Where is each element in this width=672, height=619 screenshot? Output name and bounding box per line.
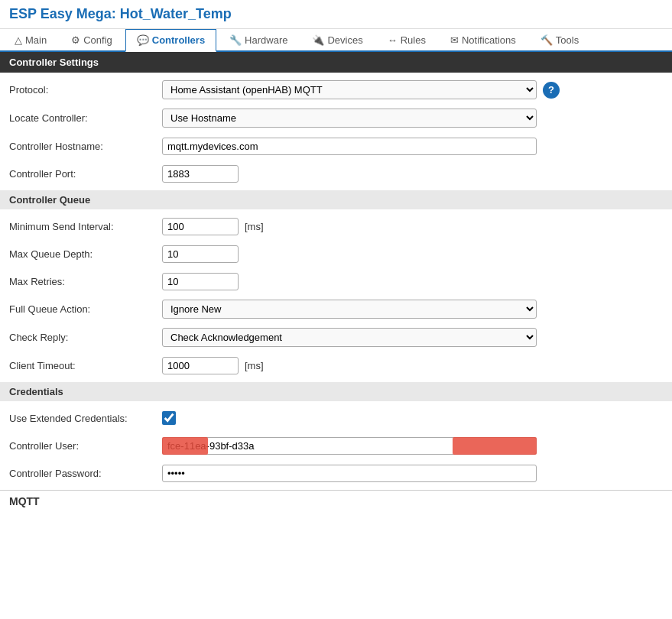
full-queue-label: Full Queue Action: bbox=[9, 303, 162, 315]
protocol-help-icon[interactable]: ? bbox=[543, 82, 560, 99]
protocol-controls: Home Assistant (openHAB) MQTT MQTT HTTP … bbox=[162, 80, 663, 99]
protocol-label: Protocol: bbox=[9, 84, 162, 96]
locate-controls: Use Hostname Use IP Address bbox=[162, 109, 663, 128]
client-timeout-row: Client Timeout: [ms] bbox=[6, 352, 666, 379]
locate-row: Locate Controller: Use Hostname Use IP A… bbox=[6, 104, 666, 132]
client-timeout-input[interactable] bbox=[162, 357, 239, 374]
port-row: Controller Port: bbox=[6, 160, 666, 187]
redacted-overlay-right bbox=[453, 437, 537, 455]
max-retries-label: Max Retries: bbox=[9, 276, 162, 287]
min-send-row: Minimum Send Interval: [ms] bbox=[6, 212, 666, 240]
tab-hardware[interactable]: 🔧 Hardware bbox=[218, 29, 299, 50]
tab-tools[interactable]: 🔨 Tools bbox=[529, 29, 590, 50]
user-redacted-field bbox=[162, 437, 537, 455]
mqtt-section-label: MQTT bbox=[0, 490, 672, 512]
check-reply-label: Check Reply: bbox=[9, 332, 162, 343]
nav-tabs: △ Main ⚙ Config 💬 Controllers 🔧 Hardware… bbox=[0, 29, 672, 52]
controller-settings-header: Controller Settings bbox=[0, 52, 672, 73]
tab-config[interactable]: ⚙ Config bbox=[60, 29, 124, 50]
tab-config-label: Config bbox=[83, 34, 112, 46]
password-input[interactable] bbox=[162, 465, 537, 482]
tab-devices-label: Devices bbox=[327, 34, 362, 46]
credentials-form: Use Extended Credentials: Controller Use… bbox=[0, 401, 672, 490]
max-retries-input[interactable] bbox=[162, 273, 239, 290]
hostname-label: Controller Hostname: bbox=[9, 141, 162, 152]
controllers-icon: 💬 bbox=[137, 34, 149, 46]
hardware-icon: 🔧 bbox=[229, 34, 242, 46]
client-timeout-unit: [ms] bbox=[245, 360, 264, 371]
client-timeout-label: Client Timeout: bbox=[9, 360, 162, 371]
protocol-select[interactable]: Home Assistant (openHAB) MQTT MQTT HTTP … bbox=[162, 80, 537, 99]
ext-creds-controls bbox=[162, 411, 663, 425]
hostname-row: Controller Hostname: bbox=[6, 132, 666, 160]
max-queue-controls bbox=[162, 245, 663, 263]
full-queue-row: Full Queue Action: Ignore New Delete Old… bbox=[6, 295, 666, 323]
tab-main-label: Main bbox=[25, 34, 47, 46]
port-controls bbox=[162, 165, 663, 183]
user-controls bbox=[162, 437, 663, 455]
check-reply-row: Check Reply: Check Acknowledgement No Ch… bbox=[6, 323, 666, 352]
locate-label: Locate Controller: bbox=[9, 112, 162, 124]
password-row: Controller Password: bbox=[6, 459, 666, 487]
max-retries-row: Max Retries: bbox=[6, 267, 666, 295]
tab-main[interactable]: △ Main bbox=[3, 29, 58, 50]
password-controls bbox=[162, 465, 663, 482]
max-queue-label: Max Queue Depth: bbox=[9, 248, 162, 260]
full-queue-select[interactable]: Ignore New Delete Oldest bbox=[162, 300, 537, 319]
full-queue-controls: Ignore New Delete Oldest bbox=[162, 300, 663, 319]
user-label: Controller User: bbox=[9, 440, 162, 452]
hostname-controls bbox=[162, 138, 663, 155]
port-label: Controller Port: bbox=[9, 168, 162, 180]
config-icon: ⚙ bbox=[71, 34, 80, 46]
ext-creds-row: Use Extended Credentials: bbox=[6, 404, 666, 432]
ext-creds-label: Use Extended Credentials: bbox=[9, 413, 162, 424]
tab-controllers-label: Controllers bbox=[152, 34, 205, 46]
tab-rules[interactable]: ↔ Rules bbox=[376, 29, 437, 50]
controller-queue-header: Controller Queue bbox=[0, 190, 672, 209]
tab-notifications[interactable]: ✉ Notifications bbox=[439, 29, 528, 50]
rules-icon: ↔ bbox=[388, 34, 398, 46]
tools-icon: 🔨 bbox=[541, 34, 553, 46]
locate-select[interactable]: Use Hostname Use IP Address bbox=[162, 109, 537, 128]
max-retries-controls bbox=[162, 273, 663, 290]
tab-hardware-label: Hardware bbox=[245, 34, 287, 46]
max-queue-input[interactable] bbox=[162, 245, 239, 263]
hostname-input[interactable] bbox=[162, 138, 537, 155]
tab-notifications-label: Notifications bbox=[462, 34, 516, 46]
tab-tools-label: Tools bbox=[556, 34, 579, 46]
tab-controllers[interactable]: 💬 Controllers bbox=[125, 29, 216, 52]
protocol-row: Protocol: Home Assistant (openHAB) MQTT … bbox=[6, 76, 666, 104]
port-input[interactable] bbox=[162, 165, 239, 183]
tab-devices[interactable]: 🔌 Devices bbox=[300, 29, 374, 50]
check-reply-select[interactable]: Check Acknowledgement No Check bbox=[162, 328, 537, 347]
page-title: ESP Easy Mega: Hot_Water_Temp bbox=[0, 0, 672, 29]
redacted-overlay-left bbox=[162, 437, 208, 455]
controller-settings-form: Protocol: Home Assistant (openHAB) MQTT … bbox=[0, 73, 672, 190]
min-send-controls: [ms] bbox=[162, 218, 663, 235]
max-queue-row: Max Queue Depth: bbox=[6, 240, 666, 267]
notifications-icon: ✉ bbox=[450, 34, 459, 46]
controller-queue-form: Minimum Send Interval: [ms] Max Queue De… bbox=[0, 209, 672, 382]
min-send-unit: [ms] bbox=[245, 221, 264, 232]
tab-rules-label: Rules bbox=[401, 34, 426, 46]
min-send-label: Minimum Send Interval: bbox=[9, 221, 162, 232]
password-label: Controller Password: bbox=[9, 468, 162, 479]
check-reply-controls: Check Acknowledgement No Check bbox=[162, 328, 663, 347]
user-row: Controller User: bbox=[6, 432, 666, 459]
min-send-input[interactable] bbox=[162, 218, 239, 235]
devices-icon: 🔌 bbox=[312, 34, 324, 46]
main-icon: △ bbox=[15, 34, 22, 46]
client-timeout-controls: [ms] bbox=[162, 357, 663, 374]
credentials-header: Credentials bbox=[0, 382, 672, 401]
ext-creds-checkbox[interactable] bbox=[162, 411, 176, 425]
